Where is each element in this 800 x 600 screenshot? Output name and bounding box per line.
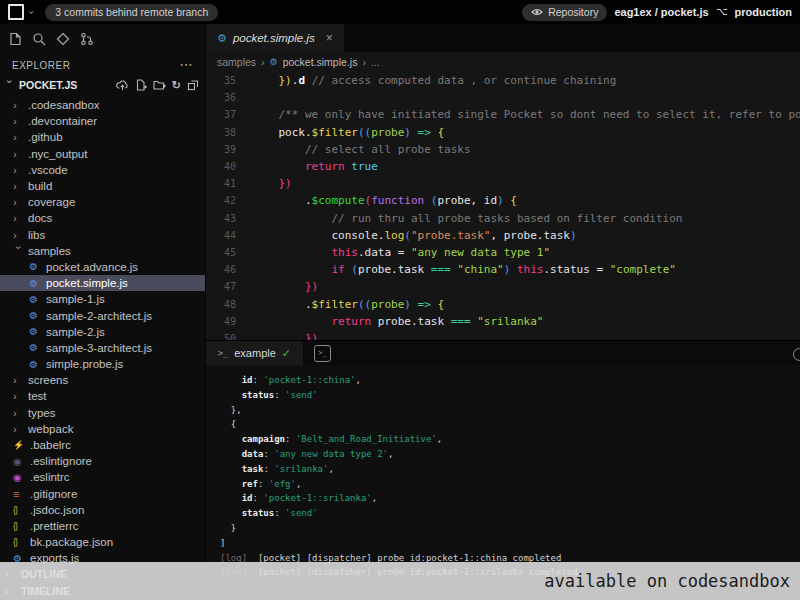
- code-line: 47 }): [206, 278, 800, 295]
- breadcrumb-symbol[interactable]: ...: [371, 56, 380, 68]
- line-number: 43: [206, 210, 252, 227]
- folder-build[interactable]: ›build: [0, 178, 205, 194]
- chevron-down-icon[interactable]: ›: [26, 10, 37, 13]
- chevron-right-icon: ›: [13, 115, 26, 127]
- folder-test[interactable]: ›test: [0, 388, 205, 404]
- file-pocket.advance.js[interactable]: ⚙pocket.advance.js: [0, 259, 205, 275]
- search-icon[interactable]: [32, 32, 46, 46]
- new-terminal-button[interactable]: >_: [314, 345, 331, 362]
- eslint-file-icon: ◉: [13, 472, 28, 483]
- repository-button[interactable]: Repository: [522, 4, 607, 21]
- folder-screens[interactable]: ›screens: [0, 372, 205, 388]
- project-label: POCKET.JS: [19, 79, 77, 91]
- file-sample-3-architect.js[interactable]: ⚙sample-3-architect.js: [0, 340, 205, 356]
- tab-bar: ⚙ pocket.simple.js ×: [206, 24, 800, 52]
- file-.gitignore[interactable]: ≡.gitignore: [0, 486, 205, 502]
- project-header[interactable]: › POCKET.JS ↻: [0, 76, 205, 94]
- folder-.vscode[interactable]: ›.vscode: [0, 162, 205, 178]
- activity-icon-row: [0, 24, 205, 54]
- folder-samples[interactable]: ›samples: [0, 243, 205, 259]
- js-file-icon: ⚙: [29, 310, 44, 321]
- folder-.github[interactable]: ›.github: [0, 129, 205, 145]
- line-number: 40: [206, 158, 252, 175]
- folder-coverage[interactable]: ›coverage: [0, 194, 205, 210]
- file-sample-2-architect.js[interactable]: ⚙sample-2-architect.js: [0, 307, 205, 323]
- folder-.codesandbox[interactable]: ›.codesandbox: [0, 97, 205, 113]
- file-simple.probe.js[interactable]: ⚙simple.probe.js: [0, 356, 205, 372]
- git-pull-request-icon[interactable]: [80, 32, 94, 46]
- commits-behind-badge[interactable]: 3 commits behind remote branch: [45, 4, 218, 21]
- folder-.devcontainer[interactable]: ›.devcontainer: [0, 113, 205, 129]
- file-.eslintignore[interactable]: ◉.eslintignore: [0, 453, 205, 469]
- file-pocket.simple.js[interactable]: ⚙pocket.simple.js: [0, 275, 205, 291]
- code-text: // run thru all probe tasks based on fil…: [252, 210, 682, 227]
- chevron-right-icon: ›: [13, 423, 26, 435]
- eslint-dim-file-icon: ◉: [13, 456, 28, 467]
- json-file-icon: {}: [13, 505, 28, 515]
- file-.prettierrc[interactable]: {}.prettierrc: [0, 518, 205, 534]
- environment-label[interactable]: production: [735, 6, 792, 18]
- tree-item-label: webpack: [28, 423, 73, 435]
- new-file-icon[interactable]: [135, 79, 147, 91]
- file-.eslintrc[interactable]: ◉.eslintrc: [0, 469, 205, 485]
- file-icon[interactable]: [8, 32, 22, 46]
- top-bar: › 3 commits behind remote branch Reposit…: [0, 0, 800, 24]
- tree-item-label: test: [28, 390, 47, 402]
- app-window: › 3 commits behind remote branch Reposit…: [0, 0, 800, 600]
- file-bk.package.json[interactable]: {}bk.package.json: [0, 534, 205, 550]
- chevron-right-icon: ›: [13, 131, 26, 143]
- tab-pocket-simple-js[interactable]: ⚙ pocket.simple.js ×: [206, 24, 344, 52]
- explorer-label: EXPLORER: [12, 60, 70, 71]
- folder-docs[interactable]: ›docs: [0, 210, 205, 226]
- folder-webpack[interactable]: ›webpack: [0, 421, 205, 437]
- babel-file-icon: ⚡: [13, 440, 28, 450]
- close-icon[interactable]: ×: [326, 31, 333, 45]
- chevron-right-icon: ›: [13, 196, 26, 208]
- code-text: .$filter((probe) => {: [252, 296, 444, 313]
- file-sample-1.js[interactable]: ⚙sample-1.js: [0, 291, 205, 307]
- code-text: }): [252, 175, 292, 192]
- code-area[interactable]: 35 }).d // access computed data , or con…: [206, 72, 800, 340]
- new-folder-icon[interactable]: [153, 79, 166, 91]
- tree-item-label: samples: [28, 245, 71, 257]
- tree-item-label: .devcontainer: [28, 115, 97, 127]
- code-text: .$compute(function (probe, id) {: [252, 192, 517, 209]
- terminal-line: ref: 'efg',: [220, 477, 800, 492]
- repo-breadcrumb[interactable]: eag1ex / pocket.js: [614, 6, 708, 18]
- json-file-icon: {}: [13, 521, 28, 531]
- file-.jsdoc.json[interactable]: {}.jsdoc.json: [0, 502, 205, 518]
- diamond-icon[interactable]: [56, 32, 70, 46]
- codesandbox-logo-icon[interactable]: [8, 4, 24, 20]
- refresh-icon[interactable]: ↻: [172, 80, 181, 91]
- file-.babelrc[interactable]: ⚡.babelrc: [0, 437, 205, 453]
- breadcrumb: samples › ⚙ pocket.simple.js › ...: [206, 52, 800, 72]
- code-line: 44 console.log("probe.task", probe.task): [206, 227, 800, 244]
- breadcrumb-folder[interactable]: samples: [217, 56, 256, 68]
- folder-types[interactable]: ›types: [0, 405, 205, 421]
- terminal-output[interactable]: id: 'pocket-1::china', status: 'send' },…: [206, 365, 800, 580]
- watermark-overlay: available on codesandbox: [0, 562, 800, 600]
- file-sample-2.js[interactable]: ⚙sample-2.js: [0, 324, 205, 340]
- code-line: 45 this.data = "any new data type 1": [206, 244, 800, 261]
- line-number: 47: [206, 278, 252, 295]
- tree-item-label: bk.package.json: [30, 536, 113, 548]
- top-bar-right: Repository eag1ex / pocket.js production: [522, 4, 792, 21]
- line-number: 45: [206, 244, 252, 261]
- terminal-tab-label: example: [234, 347, 276, 359]
- line-number: 38: [206, 124, 252, 141]
- code-line: 41 }): [206, 175, 800, 192]
- terminal-tab-example[interactable]: >_ example ✓: [206, 341, 303, 365]
- tree-item-label: .vscode: [28, 164, 68, 176]
- collapse-all-icon[interactable]: [187, 79, 199, 91]
- breadcrumb-file[interactable]: pocket.simple.js: [283, 56, 358, 68]
- tree-item-label: libs: [28, 229, 45, 241]
- tree-item-label: docs: [28, 212, 52, 224]
- line-number: 41: [206, 175, 252, 192]
- tree-item-label: .jsdoc.json: [30, 504, 84, 516]
- folder-libs[interactable]: ›libs: [0, 227, 205, 243]
- tab-label: pocket.simple.js: [233, 32, 315, 44]
- chevron-right-icon: ›: [13, 229, 26, 241]
- folder-.nyc_output[interactable]: ›.nyc_output: [0, 146, 205, 162]
- upload-cloud-icon[interactable]: [116, 79, 129, 91]
- tree-item-label: sample-1.js: [46, 293, 105, 305]
